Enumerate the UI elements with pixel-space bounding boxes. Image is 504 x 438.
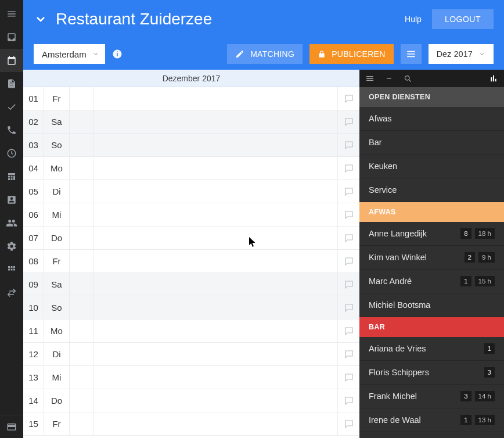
day-body[interactable] — [94, 343, 337, 365]
day-body[interactable] — [94, 319, 337, 342]
calendar-row[interactable]: 10So — [23, 296, 359, 319]
day-body[interactable] — [94, 87, 337, 110]
item-hours: 15 h — [475, 276, 495, 286]
calendar-row[interactable]: 01Fr — [23, 87, 359, 110]
day-body[interactable] — [94, 273, 337, 296]
date-select[interactable]: Dez 2017 — [429, 44, 494, 64]
view-list-button[interactable] — [401, 44, 422, 64]
sidepanel-item[interactable]: Afwas — [359, 107, 504, 131]
comment-icon[interactable] — [337, 110, 359, 133]
section-open-diensten: OPEN DIENSTEN — [359, 87, 504, 107]
logout-button[interactable]: LOGOUT — [432, 9, 494, 29]
comment-icon[interactable] — [337, 157, 359, 179]
sp-minus-icon[interactable] — [385, 74, 393, 82]
day-body[interactable] — [94, 250, 337, 272]
comment-icon[interactable] — [337, 180, 359, 203]
calendar-row[interactable]: 04Mo — [23, 157, 359, 180]
comment-icon[interactable] — [337, 273, 359, 296]
sidepanel-item[interactable]: Anne Langedijk818 h — [359, 222, 504, 246]
menu-icon[interactable] — [0, 2, 23, 26]
comment-icon[interactable] — [337, 343, 359, 365]
chevron-down-icon[interactable] — [34, 12, 48, 26]
calendar-row[interactable]: 06Mi — [23, 203, 359, 227]
day-body[interactable] — [94, 389, 337, 412]
sidepanel-item[interactable]: Kim van Winkel29 h — [359, 246, 504, 270]
document-icon[interactable] — [0, 72, 23, 95]
day-body[interactable] — [94, 366, 337, 389]
day-name: Mi — [44, 203, 70, 226]
sidepanel-item[interactable]: Marc André115 h — [359, 270, 504, 293]
comment-icon[interactable] — [337, 87, 359, 110]
page-title: Restaurant Zuiderzee — [56, 10, 405, 28]
day-name: Sa — [44, 110, 70, 133]
check-icon[interactable] — [0, 95, 23, 119]
calculator-icon[interactable] — [0, 165, 23, 188]
calendar-row[interactable]: 15Fr — [23, 412, 359, 436]
day-number: 08 — [23, 250, 44, 272]
info-icon[interactable] — [112, 49, 123, 59]
calendar-row[interactable]: 14Do — [23, 389, 359, 412]
apps-icon[interactable] — [0, 258, 23, 281]
matching-button[interactable]: MATCHING — [227, 44, 303, 64]
svg-point-4 — [405, 76, 410, 80]
comment-icon[interactable] — [337, 296, 359, 319]
calendar-icon[interactable] — [0, 49, 23, 72]
sidepanel-item[interactable]: Irene de Waal113 h — [359, 408, 504, 432]
calendar-row[interactable]: 03So — [23, 134, 359, 157]
day-name: Di — [44, 180, 70, 203]
swap-icon[interactable] — [0, 281, 23, 304]
sp-menu-icon[interactable] — [365, 74, 375, 83]
date-label: Dez 2017 — [437, 49, 473, 59]
calendar-row[interactable]: 09Sa — [23, 273, 359, 296]
publiceren-button[interactable]: PUBLICEREN — [309, 44, 393, 64]
comment-icon[interactable] — [337, 227, 359, 249]
calendar-row[interactable]: 02Sa — [23, 110, 359, 134]
calendar-row[interactable]: 08Fr — [23, 250, 359, 273]
comment-icon[interactable] — [337, 412, 359, 435]
sidepanel-item[interactable]: Service — [359, 178, 504, 202]
sidepanel-item[interactable]: Bar — [359, 131, 504, 155]
card-icon[interactable] — [0, 415, 23, 438]
day-body[interactable] — [94, 412, 337, 435]
sp-search-icon[interactable] — [404, 74, 412, 83]
item-label: Bar — [369, 138, 495, 147]
clock-icon[interactable] — [0, 142, 23, 165]
comment-icon[interactable] — [337, 250, 359, 272]
comment-icon[interactable] — [337, 389, 359, 412]
day-name: Sa — [44, 273, 70, 296]
phone-icon[interactable] — [0, 119, 23, 142]
comment-icon[interactable] — [337, 319, 359, 342]
day-body[interactable] — [94, 227, 337, 249]
day-body[interactable] — [94, 134, 337, 156]
calendar-month-title: Dezember 2017 — [23, 70, 359, 87]
item-count: 1 — [484, 343, 495, 354]
sidepanel-item[interactable]: Frank Michel314 h — [359, 385, 504, 408]
day-body[interactable] — [94, 296, 337, 319]
people-icon[interactable] — [0, 211, 23, 235]
location-select[interactable]: Amsterdam — [34, 44, 105, 64]
sidepanel-item[interactable]: Keuken — [359, 155, 504, 178]
comment-icon[interactable] — [337, 366, 359, 389]
comment-icon[interactable] — [337, 203, 359, 226]
calendar-row[interactable]: 13Mi — [23, 366, 359, 389]
calendar-row[interactable]: 12Di — [23, 343, 359, 366]
sidepanel-item[interactable]: Ariana de Vries1 — [359, 337, 504, 361]
day-body[interactable] — [94, 203, 337, 226]
inbox-icon[interactable] — [0, 26, 23, 49]
contact-icon[interactable] — [0, 188, 23, 211]
comment-icon[interactable] — [337, 134, 359, 156]
help-link[interactable]: Hulp — [405, 15, 422, 24]
day-gutter — [70, 157, 94, 179]
calendar-row[interactable]: 11Mo — [23, 319, 359, 343]
sidepanel-item[interactable]: Floris Schippers3 — [359, 361, 504, 385]
calendar-row[interactable]: 05Di — [23, 180, 359, 203]
day-body[interactable] — [94, 157, 337, 179]
toolbar: Amsterdam MATCHING PUBLICEREN Dez 2017 — [23, 38, 504, 70]
sp-chart-icon[interactable] — [489, 74, 498, 83]
day-body[interactable] — [94, 110, 337, 133]
calendar-row[interactable]: 07Do — [23, 227, 359, 250]
day-gutter — [70, 366, 94, 389]
day-body[interactable] — [94, 180, 337, 203]
gear-icon[interactable] — [0, 235, 23, 258]
sidepanel-item[interactable]: Michiel Bootsma — [359, 293, 504, 317]
